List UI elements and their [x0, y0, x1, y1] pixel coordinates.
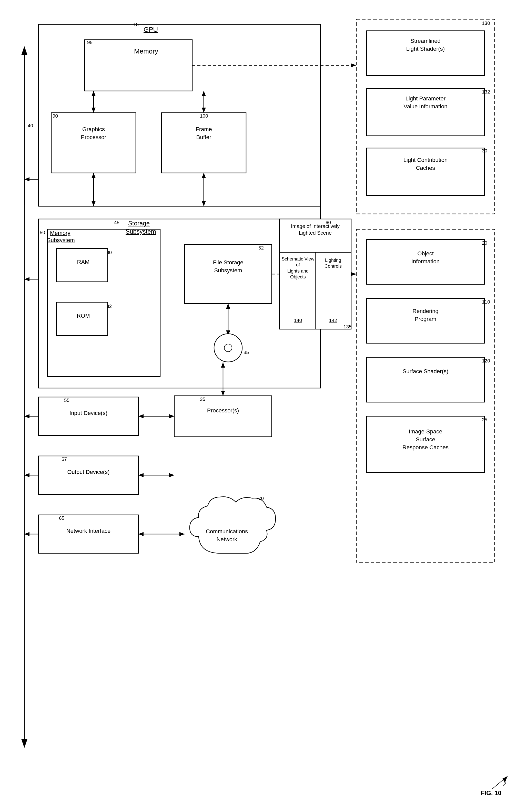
- svg-marker-56: [139, 414, 144, 418]
- svg-marker-23: [351, 63, 356, 67]
- svg-marker-54: [24, 414, 29, 418]
- ram-tag: 80: [106, 250, 112, 256]
- figure-number: FIG. 10: [481, 789, 501, 797]
- storage-subsystem-tag: 45: [114, 220, 119, 226]
- processor-tag: 35: [200, 396, 205, 402]
- svg-marker-15: [91, 201, 96, 206]
- input-device-label: Input Device(s): [40, 410, 137, 417]
- file-storage-label: File StorageSubsystem: [186, 259, 270, 275]
- svg-marker-17: [202, 173, 206, 178]
- svg-point-36: [214, 334, 242, 362]
- rom-label: ROM: [61, 313, 105, 319]
- svg-marker-57: [169, 414, 174, 418]
- gpu-tag: 15: [133, 22, 139, 27]
- object-info-tag: 20: [482, 240, 487, 246]
- svg-marker-72: [221, 362, 225, 367]
- network-interface-label: Network Interface: [40, 528, 137, 534]
- memory-subsystem-label: Memory: [50, 230, 70, 236]
- file-storage-tag: 52: [258, 245, 264, 251]
- image-space-tag: 25: [482, 417, 487, 423]
- comms-network-tag: 70: [258, 496, 264, 501]
- svg-rect-45: [367, 357, 484, 402]
- svg-point-37: [224, 344, 232, 352]
- frame-buffer-label: FrameBuffer: [163, 126, 245, 141]
- memory-subsystem-label2: Subsystem: [47, 237, 75, 244]
- disk-tag: 85: [243, 350, 249, 355]
- svg-rect-42: [356, 229, 495, 562]
- light-param-label: Light ParameterValue Information: [368, 95, 483, 111]
- light-contrib-label: Light ContributionCaches: [368, 156, 483, 172]
- svg-marker-9: [91, 107, 96, 113]
- svg-marker-61: [24, 473, 29, 477]
- gpu-label: GPU: [144, 26, 158, 33]
- object-info-label: ObjectInformation: [368, 250, 483, 266]
- output-device-tag: 57: [61, 456, 67, 462]
- image-sub-tag: 135: [343, 324, 352, 330]
- svg-marker-34: [226, 331, 230, 336]
- image-box-label: Image of InteractivelyLighted Scene: [281, 223, 350, 236]
- memory-tag: 95: [87, 40, 92, 45]
- storage-subsystem-label: Storage: [128, 220, 150, 227]
- lighting-controls-label: LightingControls: [317, 258, 349, 270]
- streamlined-label: StreamlinedLight Shader(s): [368, 37, 483, 53]
- comms-network-label: CommunicationsNetwork: [187, 528, 267, 543]
- svg-rect-28: [39, 219, 321, 388]
- rom-tag: 82: [106, 304, 112, 309]
- bus-arrow-tag: 40: [28, 123, 33, 129]
- fig-arrow: ↗: [502, 781, 507, 788]
- svg-marker-18: [202, 201, 206, 206]
- svg-marker-39: [24, 277, 29, 281]
- input-device-tag: 55: [64, 397, 70, 403]
- memory-subsystem-tag: 50: [40, 230, 45, 235]
- frame-buffer-tag: 100: [200, 113, 208, 119]
- svg-marker-70: [180, 532, 185, 536]
- svg-marker-12: [202, 107, 206, 113]
- schematic-view-label: Schematic View ofLights and Objects: [281, 256, 315, 280]
- streamlined-tag: 130: [482, 20, 490, 26]
- processor-label: Processor(s): [175, 407, 270, 414]
- rendering-tag: 110: [482, 299, 490, 305]
- storage-subsystem-label2: Subsystem: [126, 228, 156, 235]
- svg-marker-8: [91, 91, 96, 96]
- rendering-label: RenderingProgram: [368, 307, 483, 323]
- schematic-view-tag: 140: [281, 318, 315, 323]
- graphics-processor-label: GraphicsProcessor: [53, 126, 134, 141]
- output-device-label: Output Device(s): [40, 469, 137, 475]
- network-interface-tag: 65: [59, 516, 64, 521]
- svg-marker-69: [139, 532, 144, 536]
- svg-rect-58: [174, 396, 272, 437]
- svg-marker-67: [24, 532, 29, 536]
- image-box-tag: 60: [326, 220, 331, 226]
- svg-marker-41: [351, 272, 356, 276]
- svg-rect-5: [51, 113, 136, 173]
- light-contrib-tag: 30: [482, 148, 487, 154]
- lighting-controls-tag: 142: [317, 318, 349, 323]
- arrows-svg: [0, 0, 527, 812]
- svg-rect-6: [161, 113, 246, 173]
- diagram-container: GPU 15 Memory 95 GraphicsProcessor 90 Fr…: [0, 0, 527, 812]
- svg-marker-1: [21, 46, 27, 55]
- surface-shader-tag: 120: [482, 358, 490, 364]
- graphics-processor-tag: 90: [53, 113, 58, 119]
- memory-label: Memory: [97, 47, 195, 55]
- svg-marker-73: [221, 391, 225, 396]
- svg-rect-29: [47, 229, 160, 377]
- svg-marker-21: [24, 177, 29, 182]
- svg-marker-2: [21, 739, 27, 748]
- ram-label: RAM: [61, 259, 105, 265]
- svg-marker-64: [169, 473, 174, 477]
- svg-marker-14: [91, 173, 96, 178]
- image-space-label: Image-SpaceSurfaceResponse Caches: [368, 428, 483, 451]
- svg-marker-63: [139, 473, 144, 477]
- svg-marker-35: [226, 304, 230, 309]
- surface-shader-label: Surface Shader(s): [368, 367, 483, 376]
- light-param-tag: 132: [482, 89, 490, 95]
- svg-marker-11: [202, 91, 206, 96]
